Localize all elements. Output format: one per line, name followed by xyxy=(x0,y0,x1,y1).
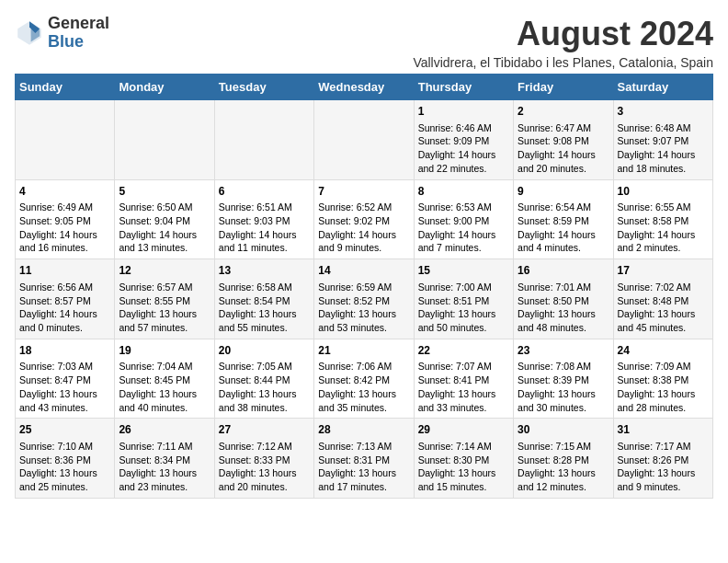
calendar-cell: 31Sunrise: 7:17 AMSunset: 8:26 PMDayligh… xyxy=(613,419,712,499)
cell-content: and 15 minutes. xyxy=(418,480,509,494)
day-number: 22 xyxy=(418,343,509,359)
day-number: 31 xyxy=(618,422,709,438)
cell-content: and 7 minutes. xyxy=(418,241,509,255)
cell-content: Daylight: 14 hours xyxy=(19,228,110,242)
calendar-cell: 16Sunrise: 7:01 AMSunset: 8:50 PMDayligh… xyxy=(514,259,613,339)
cell-content: Daylight: 13 hours xyxy=(219,466,310,480)
calendar-cell: 8Sunrise: 6:53 AMSunset: 9:00 PMDaylight… xyxy=(414,179,513,259)
day-number: 2 xyxy=(518,104,609,120)
cell-content: Sunset: 9:02 PM xyxy=(318,214,409,228)
cell-content: Sunrise: 7:17 AM xyxy=(618,440,709,454)
header-sunday: Sunday xyxy=(16,75,115,100)
calendar-cell: 9Sunrise: 6:54 AMSunset: 8:59 PMDaylight… xyxy=(514,179,613,259)
cell-content: Sunset: 8:31 PM xyxy=(318,454,409,467)
cell-content: Sunset: 8:38 PM xyxy=(618,373,709,387)
cell-content: Sunset: 8:59 PM xyxy=(518,214,609,228)
header-monday: Monday xyxy=(115,75,214,100)
cell-content: Daylight: 13 hours xyxy=(119,387,210,401)
day-number: 20 xyxy=(219,343,310,359)
day-number: 18 xyxy=(19,343,110,359)
cell-content: Sunset: 8:41 PM xyxy=(418,373,509,387)
calendar-cell xyxy=(16,100,115,180)
cell-content: Daylight: 14 hours xyxy=(618,228,709,242)
cell-content: Daylight: 13 hours xyxy=(418,307,509,321)
cell-content: Sunrise: 7:07 AM xyxy=(418,360,509,373)
day-number: 4 xyxy=(19,184,110,200)
cell-content: Daylight: 13 hours xyxy=(518,307,609,321)
cell-content: Daylight: 14 hours xyxy=(518,228,609,242)
cell-content: and 57 minutes. xyxy=(119,321,210,335)
calendar-cell: 28Sunrise: 7:13 AMSunset: 8:31 PMDayligh… xyxy=(314,419,414,499)
cell-content: and 25 minutes. xyxy=(19,480,110,494)
cell-content: Sunrise: 7:00 AM xyxy=(418,281,509,294)
cell-content: Sunrise: 6:57 AM xyxy=(119,281,210,294)
calendar-cell: 4Sunrise: 6:49 AMSunset: 9:05 PMDaylight… xyxy=(16,179,115,259)
cell-content: Sunset: 9:04 PM xyxy=(119,214,210,228)
cell-content: and 48 minutes. xyxy=(518,321,609,335)
cell-content: Sunrise: 6:47 AM xyxy=(518,121,609,135)
calendar-cell: 3Sunrise: 6:48 AMSunset: 9:07 PMDaylight… xyxy=(613,100,712,180)
cell-content: and 22 minutes. xyxy=(418,162,509,176)
cell-content: Sunrise: 7:13 AM xyxy=(318,440,409,454)
cell-content: Sunset: 9:00 PM xyxy=(418,214,509,228)
header-friday: Friday xyxy=(514,75,613,100)
calendar-cell: 1Sunrise: 6:46 AMSunset: 9:09 PMDaylight… xyxy=(414,100,513,180)
cell-content: Sunset: 8:39 PM xyxy=(518,373,609,387)
calendar-cell xyxy=(115,100,214,180)
day-number: 29 xyxy=(418,422,509,438)
calendar-cell: 10Sunrise: 6:55 AMSunset: 8:58 PMDayligh… xyxy=(613,179,712,259)
cell-content: Daylight: 14 hours xyxy=(518,148,609,162)
calendar-cell: 29Sunrise: 7:14 AMSunset: 8:30 PMDayligh… xyxy=(414,419,513,499)
calendar-header: SundayMondayTuesdayWednesdayThursdayFrid… xyxy=(16,75,713,100)
day-number: 15 xyxy=(418,263,509,279)
calendar-cell: 20Sunrise: 7:05 AMSunset: 8:44 PMDayligh… xyxy=(214,339,313,419)
header-tuesday: Tuesday xyxy=(214,75,313,100)
cell-content: Sunset: 8:44 PM xyxy=(219,373,310,387)
cell-content: Sunrise: 7:08 AM xyxy=(518,360,609,373)
cell-content: Daylight: 13 hours xyxy=(518,466,609,480)
day-number: 17 xyxy=(618,263,709,279)
cell-content: Daylight: 13 hours xyxy=(318,466,409,480)
cell-content: Daylight: 13 hours xyxy=(618,307,709,321)
cell-content: and 16 minutes. xyxy=(19,241,110,255)
cell-content: Daylight: 14 hours xyxy=(418,228,509,242)
cell-content: Sunrise: 6:50 AM xyxy=(119,201,210,214)
logo-icon xyxy=(15,18,44,48)
calendar-cell: 23Sunrise: 7:08 AMSunset: 8:39 PMDayligh… xyxy=(514,339,613,419)
cell-content: and 40 minutes. xyxy=(119,401,210,415)
page-header: General Blue August 2024 Vallvidrera, el… xyxy=(15,15,713,70)
cell-content: and 50 minutes. xyxy=(418,321,509,335)
cell-content: Daylight: 13 hours xyxy=(418,387,509,401)
cell-content: Sunrise: 7:01 AM xyxy=(518,281,609,294)
cell-content: and 13 minutes. xyxy=(119,241,210,255)
title-section: August 2024 Vallvidrera, el Tibidabo i l… xyxy=(413,15,713,70)
cell-content: and 2 minutes. xyxy=(618,241,709,255)
day-number: 19 xyxy=(119,343,210,359)
cell-content: Sunset: 8:30 PM xyxy=(418,454,509,467)
cell-content: Daylight: 13 hours xyxy=(119,466,210,480)
cell-content: and 43 minutes. xyxy=(19,401,110,415)
cell-content: Sunrise: 6:49 AM xyxy=(19,201,110,214)
cell-content: and 20 minutes. xyxy=(219,480,310,494)
cell-content: and 23 minutes. xyxy=(119,480,210,494)
logo-blue: Blue xyxy=(48,33,109,52)
cell-content: Sunrise: 6:52 AM xyxy=(318,201,409,214)
day-number: 11 xyxy=(19,263,110,279)
week-row-3: 11Sunrise: 6:56 AMSunset: 8:57 PMDayligh… xyxy=(16,259,713,339)
cell-content: Sunrise: 6:55 AM xyxy=(618,201,709,214)
calendar-cell: 22Sunrise: 7:07 AMSunset: 8:41 PMDayligh… xyxy=(414,339,513,419)
cell-content: Sunrise: 7:05 AM xyxy=(219,360,310,373)
cell-content: Sunset: 8:26 PM xyxy=(618,454,709,467)
cell-content: Sunrise: 7:10 AM xyxy=(19,440,110,454)
day-number: 1 xyxy=(418,104,509,120)
cell-content: Sunset: 9:05 PM xyxy=(19,214,110,228)
week-row-1: 1Sunrise: 6:46 AMSunset: 9:09 PMDaylight… xyxy=(16,100,713,180)
day-number: 24 xyxy=(618,343,709,359)
cell-content: Sunrise: 6:53 AM xyxy=(418,201,509,214)
cell-content: Sunset: 8:45 PM xyxy=(119,373,210,387)
calendar-cell: 27Sunrise: 7:12 AMSunset: 8:33 PMDayligh… xyxy=(214,419,313,499)
calendar-cell: 14Sunrise: 6:59 AMSunset: 8:52 PMDayligh… xyxy=(314,259,414,339)
day-number: 28 xyxy=(318,422,409,438)
cell-content: Sunset: 8:54 PM xyxy=(219,294,310,308)
day-number: 21 xyxy=(318,343,409,359)
